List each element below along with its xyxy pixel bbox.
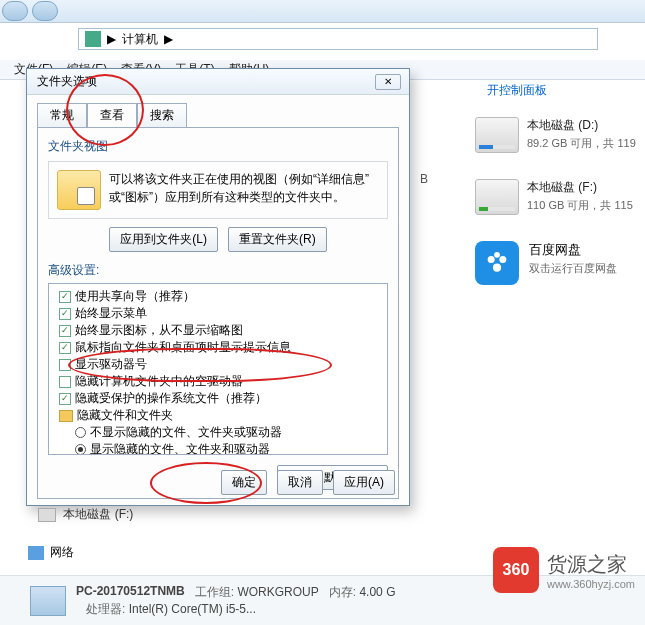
network-label: 网络 (50, 544, 74, 561)
dialog-titlebar[interactable]: 文件夹选项 ✕ (27, 69, 409, 95)
adv-setting-item[interactable]: 鼠标指向文件夹和桌面项时显示提示信息 (53, 339, 383, 356)
adv-setting-item[interactable]: 始终显示图标，从不显示缩略图 (53, 322, 383, 339)
workgroup-label: 工作组: (195, 585, 234, 599)
adv-setting-item[interactable]: 显示驱动器号 (53, 356, 383, 373)
folder-view-text: 可以将该文件夹正在使用的视图（例如“详细信息”或“图标”）应用到所有这种类型的文… (109, 170, 379, 210)
advanced-settings-label: 高级设置: (48, 262, 388, 279)
baidu-icon (475, 241, 519, 285)
adv-setting-item[interactable]: 隐藏受保护的操作系统文件（推荐） (53, 390, 383, 407)
drive-sub: 89.2 GB 可用，共 119 (527, 136, 636, 151)
dialog-buttons: 确定 取消 应用(A) (221, 470, 395, 495)
system-info: PC-20170512TNMB 工作组: WORKGROUP 内存: 4.00 … (76, 584, 395, 618)
checkbox-icon[interactable] (59, 342, 71, 354)
svg-point-2 (493, 264, 501, 272)
computer-icon (85, 31, 101, 47)
drive-icon (38, 508, 56, 522)
advanced-settings-list[interactable]: 使用共享向导（推荐）始终显示菜单始终显示图标，从不显示缩略图鼠标指向文件夹和桌面… (48, 283, 388, 455)
adv-setting-label: 鼠标指向文件夹和桌面项时显示提示信息 (75, 339, 291, 356)
network-icon (28, 546, 44, 560)
baidu-sub: 双击运行百度网盘 (529, 261, 617, 276)
drive-icon (475, 179, 519, 215)
breadcrumb-arrow: ▶ (107, 32, 116, 46)
breadcrumb-arrow-2: ▶ (164, 32, 173, 46)
adv-setting-item[interactable]: 使用共享向导（推荐） (53, 288, 383, 305)
network-node[interactable]: 网络 (28, 544, 74, 561)
drive-peek[interactable]: 本地磁盘 (F:) (38, 506, 133, 523)
baidu-netdisk[interactable]: 百度网盘 双击运行百度网盘 (473, 241, 645, 285)
logo-title: 货源之家 (547, 551, 635, 578)
pc-name: PC-20170512TNMB (76, 584, 185, 601)
adv-setting-item[interactable]: 不显示隐藏的文件、文件夹或驱动器 (53, 424, 383, 441)
computer-icon (30, 586, 66, 616)
drive-icon (475, 117, 519, 153)
adv-setting-label: 不显示隐藏的文件、文件夹或驱动器 (90, 424, 282, 441)
drive-title: 本地磁盘 (F:) (527, 179, 633, 196)
breadcrumb-computer[interactable]: 计算机 (122, 31, 158, 48)
adv-setting-label: 显示隐藏的文件、文件夹和驱动器 (90, 441, 270, 455)
checkbox-icon[interactable] (59, 359, 71, 371)
workgroup-value: WORKGROUP (237, 585, 318, 599)
checkbox-icon[interactable] (59, 291, 71, 303)
adv-setting-label: 隐藏受保护的操作系统文件（推荐） (75, 390, 267, 407)
baidu-title: 百度网盘 (529, 241, 617, 259)
adv-setting-label: 始终显示图标，从不显示缩略图 (75, 322, 243, 339)
tab-panel-view: 文件夹视图 可以将该文件夹正在使用的视图（例如“详细信息”或“图标”）应用到所有… (37, 127, 399, 499)
svg-point-0 (488, 256, 495, 263)
address-bar[interactable]: ▶ 计算机 ▶ (78, 28, 598, 50)
drive-sub: 110 GB 可用，共 115 (527, 198, 633, 213)
watermark-logo: 360 货源之家 www.360hyzj.com (493, 547, 635, 593)
adv-setting-item[interactable]: 隐藏文件和文件夹 (53, 407, 383, 424)
drive-d[interactable]: 本地磁盘 (D:) 89.2 GB 可用，共 119 (473, 117, 645, 153)
checkbox-icon[interactable] (59, 393, 71, 405)
reset-folders-button[interactable]: 重置文件夹(R) (228, 227, 327, 252)
radio-icon[interactable] (75, 444, 86, 455)
drive-f[interactable]: 本地磁盘 (F:) 110 GB 可用，共 115 (473, 179, 645, 215)
tab-general[interactable]: 常规 (37, 103, 87, 127)
apply-button[interactable]: 应用(A) (333, 470, 395, 495)
folder-options-dialog: 文件夹选项 ✕ 常规 查看 搜索 文件夹视图 可以将该文件夹正在使用的视图（例如… (26, 68, 410, 506)
tab-search[interactable]: 搜索 (137, 103, 187, 127)
control-panel-link[interactable]: 开控制面板 (473, 78, 645, 117)
close-icon[interactable]: ✕ (375, 74, 401, 90)
partial-letter: B (420, 172, 432, 186)
adv-setting-item[interactable]: 始终显示菜单 (53, 305, 383, 322)
folder-view-box: 可以将该文件夹正在使用的视图（例如“详细信息”或“图标”）应用到所有这种类型的文… (48, 161, 388, 219)
cpu-value: Intel(R) Core(TM) i5-5... (129, 602, 256, 616)
window-nav-header (0, 0, 645, 23)
tab-view[interactable]: 查看 (87, 103, 137, 127)
checkbox-icon[interactable] (59, 308, 71, 320)
adv-setting-label: 使用共享向导（推荐） (75, 288, 195, 305)
memory-value: 4.00 G (359, 585, 395, 599)
checkbox-icon[interactable] (59, 376, 71, 388)
dialog-title-text: 文件夹选项 (37, 73, 97, 90)
nav-forward-button[interactable] (32, 1, 58, 21)
folder-view-icon (57, 170, 101, 210)
cpu-label: 处理器: (86, 602, 125, 616)
adv-setting-label: 隐藏计算机文件夹中的空驱动器 (75, 373, 243, 390)
adv-setting-label: 始终显示菜单 (75, 305, 147, 322)
cancel-button[interactable]: 取消 (277, 470, 323, 495)
group-folder-view: 文件夹视图 (48, 138, 388, 155)
adv-setting-item[interactable]: 显示隐藏的文件、文件夹和驱动器 (53, 441, 383, 455)
adv-setting-item[interactable]: 隐藏计算机文件夹中的空驱动器 (53, 373, 383, 390)
adv-setting-label: 隐藏文件和文件夹 (77, 407, 173, 424)
checkbox-icon[interactable] (59, 325, 71, 337)
svg-point-3 (494, 252, 500, 258)
apply-to-folders-button[interactable]: 应用到文件夹(L) (109, 227, 218, 252)
adv-setting-label: 显示驱动器号 (75, 356, 147, 373)
drive-title: 本地磁盘 (D:) (527, 117, 636, 134)
radio-icon[interactable] (75, 427, 86, 438)
drives-panel: 开控制面板 本地磁盘 (D:) 89.2 GB 可用，共 119 本地磁盘 (F… (473, 78, 645, 285)
nav-back-button[interactable] (2, 1, 28, 21)
dialog-tabs: 常规 查看 搜索 (27, 95, 409, 127)
drive-peek-label: 本地磁盘 (F:) (63, 507, 133, 521)
logo-url: www.360hyzj.com (547, 578, 635, 590)
ok-button[interactable]: 确定 (221, 470, 267, 495)
svg-point-1 (499, 256, 506, 263)
memory-label: 内存: (329, 585, 356, 599)
logo-badge: 360 (493, 547, 539, 593)
folder-icon (59, 410, 73, 422)
